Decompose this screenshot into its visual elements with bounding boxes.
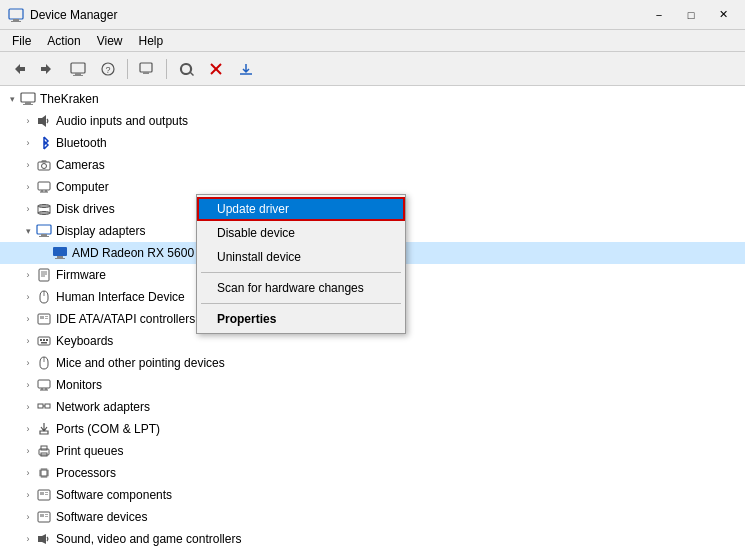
tree-toggle-hid[interactable]: › [20,289,36,305]
tree-item-bluetooth[interactable]: › Bluetooth [0,132,745,154]
svg-rect-23 [37,225,51,234]
tree-toggle-processors[interactable]: › [20,465,36,481]
tree-toggle-ports[interactable]: › [20,421,36,437]
svg-rect-9 [143,72,149,74]
computer-button[interactable] [133,55,161,83]
tree-label-software-dev: Software devices [56,510,147,524]
tree-toggle-print[interactable]: › [20,443,36,459]
tree-label-mice: Mice and other pointing devices [56,356,225,370]
ctx-separator [201,303,401,304]
tree-toggle-software-dev[interactable]: › [20,509,36,525]
window-controls: − □ ✕ [645,5,737,25]
tree-icon-mice [36,355,52,371]
minimize-button[interactable]: − [645,5,673,25]
tree-toggle-computer[interactable]: › [20,179,36,195]
svg-rect-58 [45,514,48,515]
svg-point-18 [42,164,47,169]
ctx-item-uninstall-device[interactable]: Uninstall device [197,245,405,269]
tree-label-cameras: Cameras [56,158,105,172]
tree-icon-cameras [36,157,52,173]
help-button[interactable]: ? [94,55,122,83]
tree-item-software-dev[interactable]: › Software devices [0,506,745,528]
tree-label-ports: Ports (COM & LPT) [56,422,160,436]
forward-button[interactable] [34,55,62,83]
svg-rect-25 [39,236,49,237]
tree-toggle-bluetooth[interactable]: › [20,135,36,151]
tree-label-network: Network adapters [56,400,150,414]
tree-item-thekraken[interactable]: ▾ TheKraken [0,88,745,110]
tree-toggle-amd [36,245,52,261]
tree-toggle-display[interactable]: ▾ [20,223,36,239]
tree-label-audio: Audio inputs and outputs [56,114,188,128]
tree-toggle-thekraken[interactable]: ▾ [4,91,20,107]
tree-item-monitors[interactable]: › Monitors [0,374,745,396]
tree-item-network[interactable]: › Network adapters [0,396,745,418]
tree-icon-computer [36,179,52,195]
menu-action[interactable]: Action [39,32,88,50]
menu-bar: File Action View Help [0,30,745,52]
menu-help[interactable]: Help [131,32,172,50]
svg-rect-57 [40,514,44,517]
tree-toggle-software-comp[interactable]: › [20,487,36,503]
svg-rect-59 [45,516,48,517]
svg-rect-2 [11,21,21,22]
svg-rect-60 [38,536,42,542]
tree-toggle-cameras[interactable]: › [20,157,36,173]
toolbar: ? [0,52,745,86]
svg-rect-3 [71,63,85,73]
svg-rect-26 [53,247,67,256]
show-hide-button[interactable] [64,55,92,83]
menu-file[interactable]: File [4,32,39,50]
tree-label-computer: Computer [56,180,109,194]
tree-label-sound: Sound, video and game controllers [56,532,241,546]
tree-icon-software-comp [36,487,52,503]
svg-rect-14 [25,102,31,104]
tree-label-disk: Disk drives [56,202,115,216]
svg-rect-55 [45,494,48,495]
tree-label-bluetooth: Bluetooth [56,136,107,150]
tree-icon-thekraken [20,91,36,107]
svg-rect-45 [38,404,43,408]
tree-toggle-firmware[interactable]: › [20,267,36,283]
svg-rect-8 [140,63,152,72]
tree-label-ide: IDE ATA/ATAPI controllers [56,312,195,326]
uninstall-button[interactable] [202,55,230,83]
svg-rect-24 [41,234,47,236]
tree-icon-ports [36,421,52,437]
tree-toggle-ide[interactable]: › [20,311,36,327]
close-button[interactable]: ✕ [709,5,737,25]
tree-item-mice[interactable]: › Mice and other pointing devices [0,352,745,374]
tree-item-audio[interactable]: › Audio inputs and outputs [0,110,745,132]
install-button[interactable] [232,55,260,83]
svg-rect-0 [9,9,23,19]
back-button[interactable] [4,55,32,83]
tree-item-ports[interactable]: › Ports (COM & LPT) [0,418,745,440]
ctx-item-update-driver[interactable]: Update driver [197,197,405,221]
ctx-item-scan-changes[interactable]: Scan for hardware changes [197,276,405,300]
svg-rect-50 [41,470,47,476]
svg-rect-29 [39,269,49,281]
tree-item-cameras[interactable]: › Cameras [0,154,745,176]
svg-rect-1 [13,19,19,21]
tree-toggle-audio[interactable]: › [20,113,36,129]
tree-item-software-comp[interactable]: › Software components [0,484,745,506]
tree-item-processors[interactable]: › Processors [0,462,745,484]
tree-toggle-sound[interactable]: › [20,531,36,547]
tree-toggle-mice[interactable]: › [20,355,36,371]
tree-toggle-network[interactable]: › [20,399,36,415]
menu-view[interactable]: View [89,32,131,50]
tree-label-keyboards: Keyboards [56,334,113,348]
title-bar: Device Manager − □ ✕ [0,0,745,30]
maximize-button[interactable]: □ [677,5,705,25]
tree-toggle-monitors[interactable]: › [20,377,36,393]
tree-toggle-disk[interactable]: › [20,201,36,217]
toolbar-sep-2 [166,59,167,79]
scan-button[interactable] [172,55,200,83]
tree-label-display: Display adapters [56,224,145,238]
ctx-item-properties[interactable]: Properties [197,307,405,331]
tree-item-sound[interactable]: › Sound, video and game controllers [0,528,745,549]
svg-rect-5 [73,75,83,76]
tree-item-print[interactable]: › Print queues [0,440,745,462]
tree-toggle-keyboards[interactable]: › [20,333,36,349]
ctx-item-disable-device[interactable]: Disable device [197,221,405,245]
